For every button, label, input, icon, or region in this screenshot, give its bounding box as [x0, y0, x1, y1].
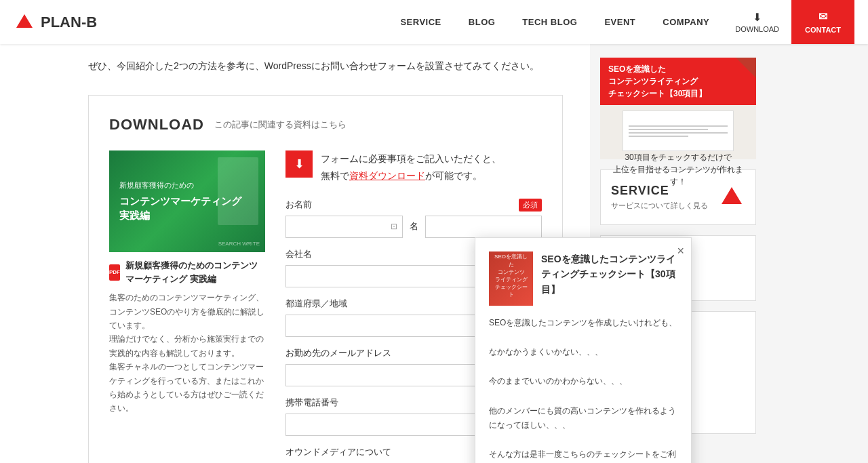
dl-download-icon: ⬇: [294, 157, 304, 172]
sidebar-banner-content: 30項目をチェックするだけで上位を目指せるコンテンツが作れます！: [600, 105, 756, 159]
mei-wrap: [425, 216, 542, 238]
nav-blog[interactable]: BLOG: [455, 0, 509, 44]
page-wrapper: ぜひ、今回紹介した2つの方法を参考に、WordPressにお問い合わせフォームを…: [0, 44, 868, 463]
name-inputs: ⊡ 名: [285, 216, 542, 238]
mail-icon: ✉: [818, 10, 827, 23]
service-subtitle: サービスについて詳しく見る: [611, 201, 708, 211]
prefecture-label: 都道府県／地域: [285, 298, 347, 310]
company-label: 会社名: [285, 248, 312, 260]
download-left: 新規顧客獲得のための コンテンツマーケティング 実践編 SEARCH WRITE…: [109, 150, 265, 463]
main-nav: SERVICE BLOG TECH BLOG EVENT COMPANY ⬇ D…: [387, 0, 854, 44]
download-label: DOWNLOAD: [735, 25, 779, 33]
pdf-icon: PDF: [109, 264, 120, 281]
name-label: お名前: [285, 199, 312, 211]
logo-icon: [14, 12, 35, 33]
sei-input[interactable]: [285, 216, 403, 238]
download-note: ⬇ フォームに必要事項をご記入いただくと、 無料で資料ダウンロードが可能です。: [285, 150, 542, 184]
popup-header: SEOを意識したコンテンツライティングチェックシート SEOを意識したコンテンツ…: [489, 251, 677, 306]
popup-title: SEOを意識したコンテンツライティングチェックシート【30項目】: [541, 251, 677, 306]
name-required-badge: 必須: [519, 199, 542, 212]
form-row-name: お名前 必須 ⊡ 名: [285, 199, 542, 238]
book-desc: 集客のためのコンテンツマーケティング、コンテンツSEOのやり方を徹底的に解説して…: [109, 291, 265, 416]
logo-text: PLAN-B: [41, 14, 97, 31]
book-cover-text1: 新規顧客獲得のための: [119, 180, 194, 190]
intro-text: ぜひ、今回紹介した2つの方法を参考に、WordPressにお問い合わせフォームを…: [88, 58, 563, 75]
nav-service[interactable]: SERVICE: [387, 0, 454, 44]
sidebar-seo-banner[interactable]: SEOを意識した コンテンツライティング チェックシート【30項目】 30項目を…: [600, 58, 756, 159]
dl-icon-box: ⬇: [285, 150, 313, 178]
nav-company[interactable]: COMPANY: [649, 0, 723, 44]
mei-input[interactable]: [425, 216, 542, 238]
contact-label: CONTACT: [805, 26, 841, 34]
nav-event[interactable]: EVENT: [591, 0, 649, 44]
sei-separator-icon: ⊡: [391, 222, 397, 231]
phone-label: 携帯電話番号: [285, 397, 338, 409]
service-logo-icon: [718, 184, 745, 211]
sidebar-banner-top-text: SEOを意識した コンテンツライティング チェックシート【30項目】: [608, 63, 748, 100]
download-arrow-icon: ⬇: [753, 11, 762, 24]
sei-wrap: ⊡: [285, 216, 403, 238]
popup-book-thumbnail: SEOを意識したコンテンツライティングチェックシート: [489, 251, 533, 306]
download-title: DOWNLOAD: [109, 116, 204, 134]
book-title: 新規顧客獲得のためのコンテンツマーケティング 実践編: [125, 259, 265, 285]
mei-label-text: 名: [410, 220, 418, 233]
sb-corner: [736, 58, 756, 78]
book-cover-watermark: SEARCH WRITE: [218, 241, 260, 247]
logo[interactable]: PLAN-B: [14, 12, 97, 33]
form-label-row-name: お名前 必須: [285, 199, 542, 212]
pdf-icon-row: PDF 新規顧客獲得のためのコンテンツマーケティング 実践編: [109, 259, 265, 285]
sidebar-banner-bottom-text: 30項目をチェックするだけで上位を目指せるコンテンツが作れます！: [608, 151, 748, 188]
nav-techblog[interactable]: TECH BLOG: [509, 0, 591, 44]
download-subtitle: この記事に関連する資料はこちら: [214, 119, 347, 131]
popup-book-thumb-inner: SEOを意識したコンテンツライティングチェックシート: [489, 251, 533, 306]
dl-note-text: フォームに必要事項をご記入いただくと、 無料で資料ダウンロードが可能です。: [321, 150, 501, 184]
popup-close-button[interactable]: ×: [677, 245, 684, 257]
popup-body: SEOを意識したコンテンツを作成したいけれども、 なかなかうまくいかない、、、 …: [489, 316, 677, 463]
service-text: SERVICE サービスについて詳しく見る: [611, 184, 708, 211]
email-label: お勤め先のメールアドレス: [285, 347, 391, 359]
nav-download[interactable]: ⬇ DOWNLOAD: [723, 0, 791, 44]
download-header: DOWNLOAD この記事に関連する資料はこちら: [109, 116, 542, 134]
svg-marker-0: [16, 14, 33, 28]
sidebar-banner-top: SEOを意識した コンテンツライティング チェックシート【30項目】: [600, 58, 756, 105]
book-cover: 新規顧客獲得のための コンテンツマーケティング 実践編 SEARCH WRITE: [109, 150, 265, 252]
dl-note-link[interactable]: 資料ダウンロード: [349, 170, 425, 181]
header: PLAN-B SERVICE BLOG TECH BLOG EVENT COMP…: [0, 0, 868, 44]
svg-marker-1: [722, 187, 742, 204]
owned-media-label: オウンドメディアについて: [285, 446, 391, 458]
popup-overlay: × SEOを意識したコンテンツライティングチェックシート SEOを意識したコンテ…: [475, 237, 692, 463]
nav-contact[interactable]: ✉ CONTACT: [791, 0, 854, 44]
